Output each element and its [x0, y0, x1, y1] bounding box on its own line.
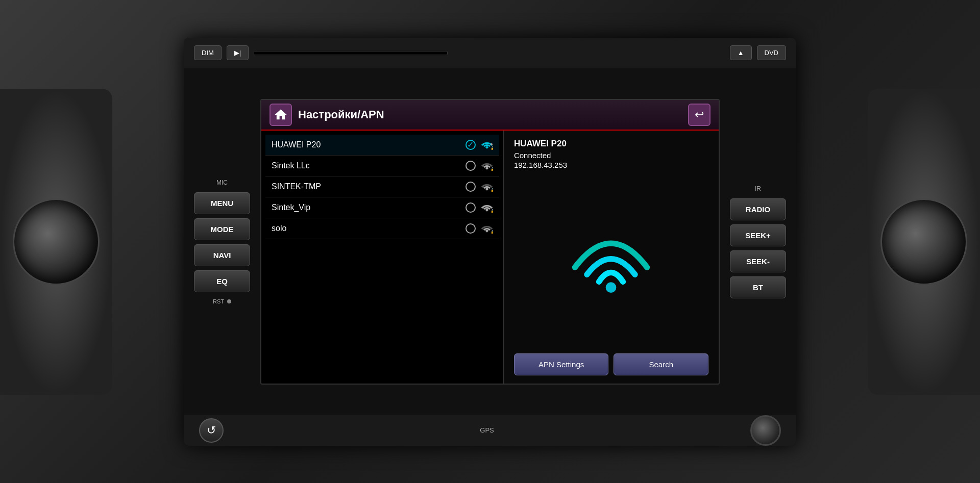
- bottom-bar: ↺ GPS: [184, 415, 796, 446]
- screen-header: Настройки/APN ↩: [261, 100, 719, 131]
- rst-dot[interactable]: [227, 299, 231, 303]
- connected-status: Connected: [514, 151, 708, 160]
- seek-plus-button[interactable]: SEEK+: [730, 224, 786, 246]
- dvd-label: DVD: [757, 45, 786, 60]
- gps-label: GPS: [480, 426, 494, 434]
- menu-button[interactable]: MENU: [194, 192, 250, 214]
- car-frame: DIM ▶| ▲ DVD MIC MENU MODE NAVI EQ RST: [0, 0, 980, 483]
- wifi-signal-icon: 🔒: [481, 161, 493, 171]
- svg-point-6: [606, 282, 617, 293]
- wifi-item[interactable]: SINTEK-TMP 🔒: [265, 176, 499, 197]
- wifi-name: Sintek LLc: [272, 161, 460, 170]
- eq-button[interactable]: EQ: [194, 270, 250, 292]
- top-bar-left: DIM ▶|: [194, 45, 448, 60]
- top-bar: DIM ▶| ▲ DVD: [184, 38, 796, 68]
- mode-button[interactable]: MODE: [194, 218, 250, 240]
- bt-button[interactable]: BT: [730, 276, 786, 298]
- svg-text:🔒: 🔒: [491, 230, 493, 234]
- apn-settings-button[interactable]: APN Settings: [514, 353, 609, 375]
- play-button[interactable]: ▶|: [227, 45, 249, 60]
- wifi-radio[interactable]: [465, 223, 476, 234]
- volume-knob[interactable]: [750, 415, 781, 446]
- wifi-large-svg: [570, 227, 652, 293]
- wifi-visual: [514, 177, 708, 348]
- eject-button[interactable]: ▲: [730, 45, 752, 60]
- wifi-name: solo: [272, 224, 460, 233]
- wifi-info-panel: HUAWEI P20 Connected 192.168.43.253: [504, 131, 719, 384]
- screen-body: HUAWEI P20 ✓ 🔒: [261, 131, 719, 384]
- dim-button[interactable]: DIM: [194, 45, 222, 60]
- rst-row: RST: [213, 298, 231, 304]
- middle-section: MIC MENU MODE NAVI EQ RST: [184, 68, 796, 415]
- svg-text:🔒: 🔒: [491, 209, 493, 213]
- wifi-radio[interactable]: [465, 182, 476, 192]
- wifi-list-panel: HUAWEI P20 ✓ 🔒: [261, 131, 504, 384]
- search-button[interactable]: Search: [614, 353, 708, 375]
- wifi-item[interactable]: solo 🔒: [265, 218, 499, 239]
- seek-minus-button[interactable]: SEEK-: [730, 250, 786, 272]
- mic-label: MIC: [216, 179, 228, 186]
- wifi-signal-icon: 🔒: [481, 202, 493, 213]
- back-icon: ↩: [695, 108, 704, 121]
- check-icon: ✓: [467, 140, 474, 149]
- left-buttons: MIC MENU MODE NAVI EQ RST: [184, 174, 260, 310]
- cd-slot: [254, 51, 448, 55]
- wifi-radio-selected[interactable]: ✓: [465, 140, 476, 150]
- screen-title: Настройки/APN: [298, 108, 682, 121]
- screen: Настройки/APN ↩ HUAWEI P20 ✓: [260, 99, 720, 385]
- wifi-item[interactable]: HUAWEI P20 ✓ 🔒: [265, 135, 499, 156]
- power-button[interactable]: ↺: [199, 418, 224, 443]
- connected-ip: 192.168.43.253: [514, 161, 708, 169]
- wifi-signal-icon: 🔒: [481, 140, 493, 150]
- head-unit: DIM ▶| ▲ DVD MIC MENU MODE NAVI EQ RST: [184, 38, 796, 446]
- wifi-item[interactable]: Sintek LLc 🔒: [265, 156, 499, 176]
- svg-text:🔒: 🔒: [491, 146, 493, 150]
- navi-button[interactable]: NAVI: [194, 244, 250, 266]
- wifi-name: Sintek_Vip: [272, 203, 460, 212]
- radio-button[interactable]: RADIO: [730, 198, 786, 220]
- rst-label: RST: [213, 298, 224, 304]
- ir-label: IR: [755, 185, 761, 192]
- wifi-big-icon: [570, 232, 652, 293]
- home-button[interactable]: [270, 104, 292, 126]
- home-icon: [274, 108, 288, 122]
- right-vent-circle: [880, 198, 967, 285]
- top-bar-right: ▲ DVD: [730, 45, 786, 60]
- connected-network-name: HUAWEI P20: [514, 139, 708, 149]
- wifi-signal-icon: 🔒: [481, 223, 493, 234]
- right-vent: [868, 89, 980, 395]
- wifi-radio[interactable]: [465, 202, 476, 213]
- svg-point-0: [491, 143, 493, 145]
- wifi-name: HUAWEI P20: [272, 140, 460, 149]
- wifi-radio[interactable]: [465, 161, 476, 171]
- right-buttons: IR RADIO SEEK+ SEEK- BT: [720, 180, 796, 303]
- wifi-item[interactable]: Sintek_Vip 🔒: [265, 197, 499, 218]
- wifi-name: SINTEK-TMP: [272, 182, 460, 191]
- svg-text:🔒: 🔒: [491, 167, 493, 171]
- bottom-buttons: APN Settings Search: [514, 353, 708, 375]
- left-vent: [0, 89, 112, 395]
- left-vent-circle: [13, 198, 100, 285]
- back-button[interactable]: ↩: [688, 104, 710, 126]
- svg-text:🔒: 🔒: [491, 188, 493, 192]
- wifi-signal-icon: 🔒: [481, 182, 493, 192]
